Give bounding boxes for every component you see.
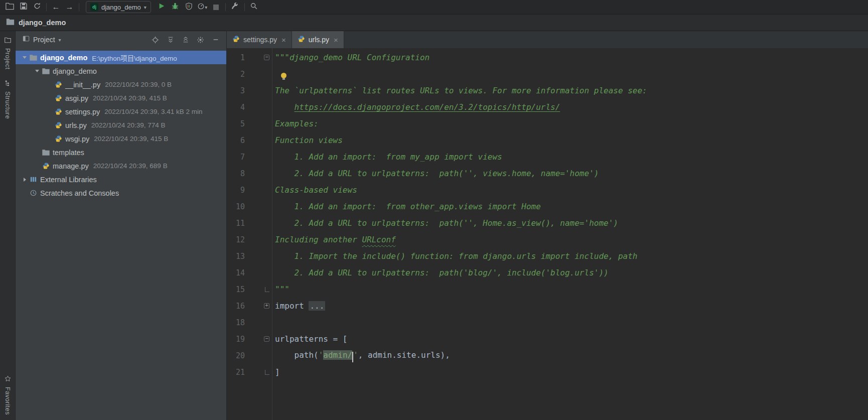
collapse-all-button[interactable] — [180, 34, 191, 45]
panel-icon — [23, 35, 30, 44]
tab-label: settings.py — [243, 36, 277, 44]
fold-closed-icon[interactable]: + — [264, 303, 269, 309]
hide-panel-button[interactable] — [210, 34, 221, 45]
code-line-10[interactable]: 10 1. Add an import: from other_app.view… — [227, 198, 868, 215]
refresh-icon — [33, 2, 41, 12]
tree-item-scratches-and-consoles[interactable]: Scratches and Consoles — [16, 186, 226, 200]
code-segment-folded: ... — [309, 301, 325, 311]
code-segment-str: ' — [319, 350, 324, 360]
structure-tool-icon — [5, 79, 11, 88]
project-tree: django_demoE:\python项目\django_demodjango… — [16, 48, 226, 420]
code-line-15[interactable]: 15""" — [227, 281, 868, 298]
save-icon — [20, 2, 28, 12]
code-segment-plain: urlpatterns = [ — [275, 334, 348, 344]
tab-urls-py[interactable]: urls.py × — [292, 31, 344, 48]
fold-end-icon[interactable] — [265, 370, 269, 375]
code-line-3[interactable]: 3The `urlpatterns` list routes URLs to v… — [227, 82, 868, 99]
chevron-down-icon[interactable] — [21, 56, 29, 59]
code-line-5[interactable]: 5Examples: — [227, 115, 868, 132]
profiler-clock-icon — [197, 3, 205, 12]
tree-item-django-demo[interactable]: django_demoE:\python项目\django_demo — [16, 51, 226, 64]
pycharm-window: ← → dj django_demo ▾ ▾ — [0, 0, 868, 420]
code-line-12[interactable]: 12Including another URLconf — [227, 231, 868, 248]
run-button[interactable] — [155, 1, 169, 13]
code-line-18[interactable]: 18 — [227, 314, 868, 331]
code-line-16[interactable]: 16+import ... — [227, 298, 868, 314]
code-line-13[interactable]: 13 1. Import the include() function: fro… — [227, 248, 868, 264]
coverage-shield-icon — [185, 3, 193, 12]
line-number: 14 — [227, 268, 245, 277]
breadcrumb[interactable]: django_demo — [19, 19, 66, 27]
stripe-label-project: Project — [4, 48, 11, 69]
run-configuration-select[interactable]: dj django_demo ▾ — [86, 1, 151, 13]
wrench-icon — [231, 2, 239, 12]
gutter-fold-slot — [245, 287, 272, 292]
code-segment-doctypo: URLconf — [362, 235, 395, 244]
favorites-tool-icon — [5, 375, 11, 384]
code-line-text: path('admin/', admin.site.urls), — [272, 350, 450, 361]
tree-item-detail: 2022/10/24 20:39, 415 B — [94, 135, 168, 143]
tree-item-detail: E:\python项目\django_demo — [92, 53, 177, 63]
tree-item-settings-py[interactable]: settings.py2022/10/24 20:39, 3.41 kB 2 m… — [16, 105, 226, 118]
code-line-11[interactable]: 11 2. Add a URL to urlpatterns: path('',… — [227, 215, 868, 231]
code-line-19[interactable]: 19−urlpatterns = [ — [227, 331, 868, 347]
tool-window-stripe: Project Structure Favorites — [0, 31, 16, 420]
tree-item-templates[interactable]: templates — [16, 146, 226, 159]
fold-open-icon[interactable]: − — [264, 336, 269, 342]
tool-window-button-favorites[interactable]: Favorites — [4, 375, 11, 415]
project-panel: Project ▾ django_demoE:\p — [16, 31, 227, 420]
external-tools-button[interactable] — [228, 1, 242, 13]
tree-item-external-libraries[interactable]: External Libraries — [16, 173, 226, 186]
tool-window-button-structure[interactable]: Structure — [4, 79, 11, 119]
project-panel-title[interactable]: Project — [33, 36, 55, 44]
back-button[interactable]: ← — [49, 1, 63, 13]
fold-open-icon[interactable]: − — [264, 55, 269, 60]
close-icon[interactable]: × — [333, 36, 338, 44]
intention-bulb-icon[interactable] — [281, 73, 286, 78]
run-with-coverage-button[interactable] — [182, 1, 196, 13]
tree-item-asgi-py[interactable]: asgi.py2022/10/24 20:39, 415 B — [16, 91, 226, 105]
tool-window-button-project[interactable]: Project — [4, 36, 11, 69]
fold-end-icon[interactable] — [265, 287, 269, 292]
chevron-down-icon[interactable] — [33, 70, 41, 72]
locate-file-button[interactable] — [150, 34, 161, 45]
code-segment-doc: 2. Add a URL to urlpatterns: path('', vi… — [275, 169, 599, 178]
code-line-4[interactable]: 4 https://docs.djangoproject.com/en/3.2/… — [227, 99, 868, 115]
chevron-down-icon: ▾ — [144, 5, 147, 10]
expand-all-button[interactable] — [165, 34, 176, 45]
code-line-2[interactable]: 2 — [227, 66, 868, 82]
close-icon[interactable]: × — [280, 36, 286, 44]
tree-item-label: templates — [53, 149, 84, 157]
gutter-fold-slot: + — [245, 303, 272, 309]
line-number: 11 — [227, 219, 245, 228]
tree-item-urls-py[interactable]: urls.py2022/10/24 20:39, 774 B — [16, 118, 226, 132]
stripe-label-favorites: Favorites — [4, 387, 11, 415]
settings-gear-button[interactable] — [195, 34, 206, 45]
profiler-button[interactable]: ▾ — [196, 1, 209, 13]
open-button[interactable] — [3, 1, 17, 13]
sync-button[interactable] — [30, 1, 44, 13]
code-editor[interactable]: 1−"""django_demo URL Configuration23The … — [227, 48, 868, 420]
code-segment-doc: 2. Add a URL to urlpatterns: path('blog/… — [275, 268, 609, 277]
save-all-button[interactable] — [17, 1, 30, 13]
tree-item-django-demo[interactable]: django_demo — [16, 64, 226, 78]
search-everywhere-button[interactable] — [247, 1, 261, 13]
code-line-8[interactable]: 8 2. Add a URL to urlpatterns: path('', … — [227, 165, 868, 182]
tree-item-wsgi-py[interactable]: wsgi.py2022/10/24 20:39, 415 B — [16, 132, 226, 146]
code-line-1[interactable]: 1−"""django_demo URL Configuration — [227, 49, 868, 66]
code-segment-doc: 2. Add a URL to urlpatterns: path('', Ho… — [275, 218, 618, 228]
debug-button[interactable] — [169, 1, 182, 13]
stop-button[interactable] — [209, 1, 223, 13]
tab-settings-py[interactable]: settings.py × — [227, 31, 292, 48]
tree-item--init-py[interactable]: __init__.py2022/10/24 20:39, 0 B — [16, 78, 226, 91]
code-line-6[interactable]: 6Function views — [227, 132, 868, 149]
chevron-right-icon[interactable] — [21, 178, 29, 182]
code-line-14[interactable]: 14 2. Add a URL to urlpatterns: path('bl… — [227, 264, 868, 281]
code-line-9[interactable]: 9Class-based views — [227, 182, 868, 198]
code-line-20[interactable]: 20 path('admin/', admin.site.urls), — [227, 347, 868, 364]
forward-button[interactable]: → — [63, 1, 76, 13]
tree-item-manage-py[interactable]: manage.py2022/10/24 20:39, 689 B — [16, 159, 226, 173]
code-line-21[interactable]: 21] — [227, 364, 868, 380]
code-line-7[interactable]: 7 1. Add an import: from my_app import v… — [227, 149, 868, 165]
project-panel-header: Project ▾ — [16, 31, 226, 48]
